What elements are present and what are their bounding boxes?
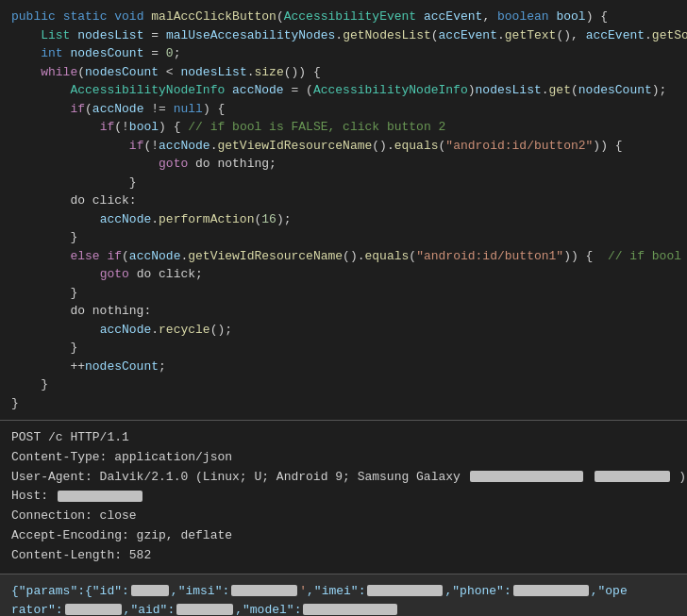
http-accept-encoding: Accept-Encoding: gzip, deflate [11, 526, 676, 546]
code-line-8: goto do nothing; [11, 155, 676, 174]
code-line-9: } [11, 174, 676, 192]
code-line-19: accNode.recycle(); [11, 321, 676, 340]
http-request-line: POST /c HTTP/1.1 [11, 428, 676, 448]
code-line-7: if(!accNode.getViewIdResourceName().equa… [11, 137, 676, 156]
code-line-14: else if(accNode.getViewIdResourceName().… [11, 247, 676, 266]
code-line-18: do nothing: [11, 302, 676, 321]
http-connection: Connection: close [11, 507, 676, 526]
code-line-24: } [11, 394, 676, 413]
code-line-16: } [11, 284, 676, 303]
code-line-22: ++nodesCount; [11, 358, 676, 376]
json-line-2: rator":,"aid":,"model": [11, 601, 676, 616]
code-line-12: accNode.performAction(16); [11, 210, 676, 229]
code-block: public static void malAccClickButton(Acc… [0, 0, 687, 420]
http-block: POST /c HTTP/1.1 Content-Type: applicati… [0, 420, 687, 574]
code-line-1: List nodesList = malUseAccesabilityNodes… [11, 26, 676, 45]
code-line-13: } [11, 228, 676, 247]
code-line-5: if(accNode != null) { [11, 100, 676, 119]
code-line-20: } [11, 339, 676, 358]
code-line-6: if(!bool) { // if bool is FALSE, click b… [11, 118, 676, 137]
http-host: Host: [11, 487, 676, 507]
code-line-3: while(nodesCount < nodesList.size()) { [11, 63, 676, 82]
code-line-23: } [11, 375, 676, 394]
code-line-method: public static void malAccClickButton(Acc… [11, 8, 676, 26]
http-content-length: Content-Length: 582 [11, 546, 676, 566]
json-block: {"params":{"id":,"imsi":',"imei":,"phone… [0, 574, 687, 616]
code-line-4: AccessibilityNodeInfo accNode = (Accessi… [11, 81, 676, 100]
json-line-1: {"params":{"id":,"imsi":',"imei":,"phone… [11, 582, 676, 601]
code-line-2: int nodesCount = 0; [11, 44, 676, 63]
code-line-15: goto do click; [11, 265, 676, 284]
http-user-agent: User-Agent: Dalvik/2.1.0 (Linux; U; Andr… [11, 468, 676, 488]
http-content-type: Content-Type: application/json [11, 448, 676, 468]
code-line-11: do click: [11, 191, 676, 210]
